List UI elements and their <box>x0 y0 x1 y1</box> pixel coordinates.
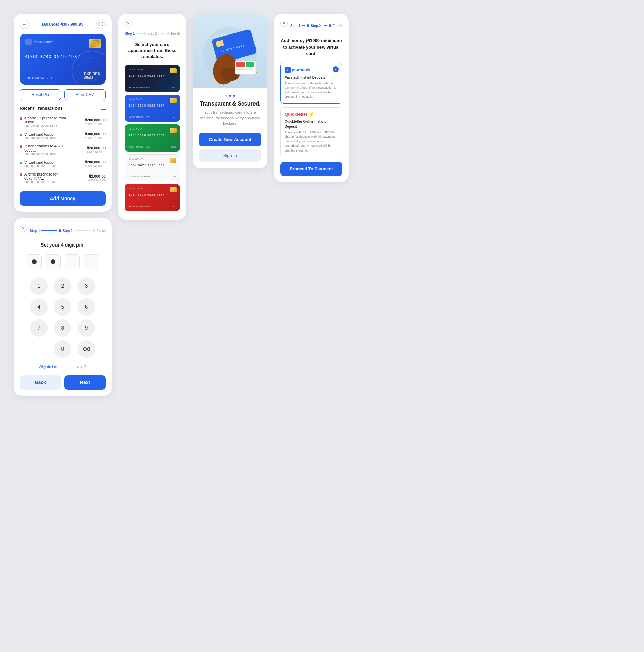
txn-amount: ₦20,000.00 <box>87 146 106 150</box>
balance-text: Balance: ₦307,990.95 <box>42 22 83 27</box>
transparent-content: Transparent & Secured. Your transactions… <box>193 88 267 168</box>
quickteller-name: Quickteller <box>285 112 307 117</box>
mini-card-exp: 00/00 <box>170 175 176 178</box>
info-icon[interactable]: ⓘ <box>96 20 106 29</box>
card-template-blue[interactable]: Virtual Card™ 1234 5678 9023 4567 YOUR N… <box>125 95 180 122</box>
create-account-button[interactable]: Create New Account <box>199 133 261 146</box>
step2-label: Step 2 <box>63 229 73 233</box>
mini-card-label: Virtual Card™ <box>129 187 176 190</box>
numpad-8[interactable]: 8 <box>54 319 71 337</box>
card-template-red[interactable]: Virtual Card™ 1234 5678 9023 4567 YOUR N… <box>125 184 180 211</box>
card-expiry-section: EXPIRES 25/03 <box>84 72 100 80</box>
numpad-9[interactable]: 9 <box>77 319 95 337</box>
pin-why-link[interactable]: Why do i need to set my pin? <box>20 365 106 369</box>
svg-rect-13 <box>236 62 245 67</box>
paystack-icon <box>285 67 291 73</box>
paystack-desc: There is no fee for deposits with this p… <box>285 81 338 99</box>
txn-status-dot <box>20 145 22 148</box>
table-row: Virtual card topup Fri, 28 Jun 2020, 18:… <box>20 158 106 170</box>
p-finish-dot <box>329 24 331 27</box>
t-step2-dot <box>143 32 146 35</box>
card-template-black[interactable]: Virtual Card™ 1234 5678 9023 4567 YOUR N… <box>125 65 180 92</box>
pin-title: Set your 4 digit pin. <box>20 242 106 248</box>
mini-card-exp: 25/03 <box>171 87 176 89</box>
mini-card-name: YOUR NAME HERE <box>129 205 150 208</box>
view-cvv-button[interactable]: View CVV <box>64 89 106 100</box>
numpad-empty <box>30 340 48 358</box>
card-icon <box>25 39 32 45</box>
numpad-5[interactable]: 5 <box>54 298 71 316</box>
p-step2-dot <box>307 24 309 27</box>
numpad-2[interactable]: 2 <box>54 277 71 295</box>
p-step-line-2 <box>324 25 327 26</box>
txn-sub: ₦300,041.00 <box>85 164 106 168</box>
mini-card-exp: 00/00 <box>171 206 176 208</box>
card-template-green[interactable]: Virtual Card™ 1234 5678 9023 4567 YOUR N… <box>125 124 180 152</box>
txn-sub: ₦20,870.00 <box>87 150 106 154</box>
quickteller-logo: Quickteller ⚡ <box>285 112 338 117</box>
transactions-section-title: Recent Transactions <box>20 106 106 111</box>
add-money-button[interactable]: Add Money <box>20 191 106 206</box>
txn-amount: ₦300,000.00 <box>85 132 106 136</box>
mini-chip <box>170 68 177 73</box>
dots-indicator <box>199 95 261 97</box>
numpad-7[interactable]: 7 <box>30 319 48 337</box>
virtual-card: Virtual Card™ 4563 9780 0249 4937 TOLU A… <box>20 34 106 85</box>
txn-date: Fri, 28 Jun 2020, 18:44 <box>24 164 56 168</box>
finish-dot <box>92 229 95 232</box>
mini-card-number: 1234 5678 9023 4567 <box>129 193 176 196</box>
back-icon[interactable]: ← <box>20 20 29 29</box>
numpad-1[interactable]: 1 <box>30 277 48 295</box>
mini-card-label: Virtual Card™ <box>129 68 176 71</box>
pin-step-progress: Step 1 Step 2 Finish <box>30 229 106 233</box>
p-step2-label: Step 2 <box>311 24 321 28</box>
mini-card-number: 1234 5678 9023 4567 <box>129 164 176 167</box>
step2-dot <box>59 229 61 232</box>
step-line-1 <box>41 230 57 231</box>
pin-box-2 <box>46 254 61 269</box>
step1-label: Step 1 <box>30 229 40 233</box>
card-templates-panel: ✕ Step 1 Step 2 Finish Select your card … <box>118 14 186 220</box>
txn-name: Airtime purchase for 08734477... <box>24 172 68 180</box>
back-button[interactable]: Back <box>20 375 61 390</box>
pin-dot-filled-2 <box>51 259 55 264</box>
numpad-backspace[interactable]: ⌫ <box>77 340 95 358</box>
paystack-label: Paystack Instant Deposit <box>285 75 338 80</box>
quickteller-lightning-icon: ⚡ <box>309 112 314 117</box>
t-finish-label: Finish <box>171 32 180 36</box>
card-template-white[interactable]: Virtual Card™ 1234 5678 9023 4567 YOUR N… <box>125 154 180 181</box>
menu-icon[interactable] <box>101 107 106 110</box>
proceed-to-payment-button[interactable]: Proceed To Payment <box>280 162 342 176</box>
templates-close-button[interactable]: ✕ <box>125 20 132 27</box>
mini-chip <box>170 98 177 103</box>
card-expiry-label: EXPIRES <box>84 72 100 76</box>
mini-card-label: Virtual Card™ <box>129 98 176 100</box>
numpad-0[interactable]: 0 <box>54 340 71 358</box>
txn-name: iPhone 11 purchase from Jumia <box>24 116 68 124</box>
t-step-line-2 <box>160 33 165 34</box>
txn-name: Virtual card topup <box>24 132 57 136</box>
transaction-list: iPhone 11 purchase from Jumia Tue, 30 Ju… <box>20 114 106 186</box>
next-button[interactable]: Next <box>64 375 106 390</box>
set-pin-panel: ✕ Step 1 Step 2 Finish Set your 4 digit … <box>14 218 112 396</box>
table-row: Virtual card topup Tue, 30 Jun 2020, 18:… <box>20 130 106 142</box>
mini-card-exp: 00/00 <box>171 146 176 148</box>
p-step1-label: Step 1 <box>290 24 301 28</box>
card-expiry-value: 25/03 <box>84 76 93 80</box>
payment-close-button[interactable]: ✕ <box>280 20 288 27</box>
sign-in-button[interactable]: Sign In <box>199 149 261 162</box>
t-step2-label: Step 2 <box>147 32 157 36</box>
txn-date: Tue, 30 Jun 2020, 18:48 <box>24 124 68 127</box>
pin-close-button[interactable]: ✕ <box>20 225 27 232</box>
txn-sub: ₦300,870.00 <box>85 136 106 140</box>
numpad-6[interactable]: 6 <box>77 298 95 316</box>
quickteller-option[interactable]: Quickteller ⚡ Quickteller Online Instant… <box>280 107 342 158</box>
payment-step-progress: Step 1 Step 2 Finish <box>290 24 342 28</box>
templates-step-progress: Step 1 Step 2 Finish <box>125 32 180 36</box>
numpad-4[interactable]: 4 <box>30 298 48 316</box>
reset-pin-button[interactable]: Reset Pin <box>20 89 61 100</box>
paystack-option[interactable]: paystack ✓ Paystack Instant Deposit Ther… <box>280 63 342 104</box>
numpad-3[interactable]: 3 <box>77 277 95 295</box>
svg-rect-14 <box>246 62 254 67</box>
mini-card-name: YOUR NAME HERE <box>129 175 151 178</box>
